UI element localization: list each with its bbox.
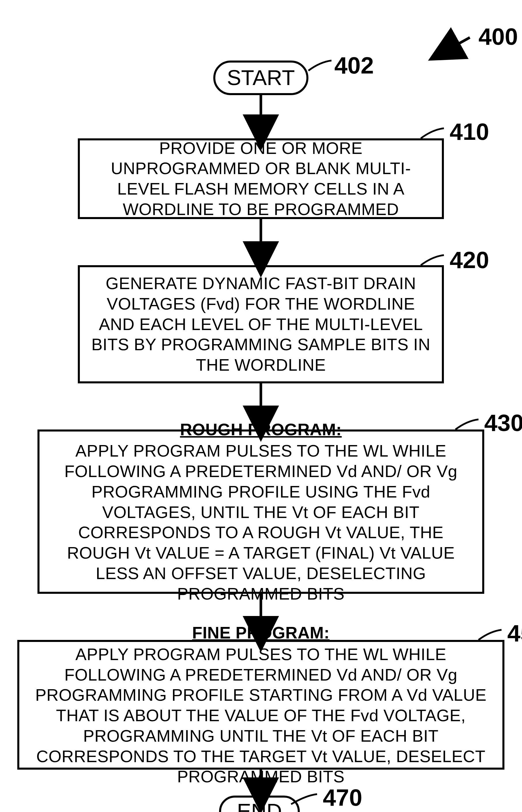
label-470: 470: [323, 784, 362, 811]
step-450: FINE PROGRAM: APPLY PROGRAM PULSES TO TH…: [17, 640, 504, 770]
label-420: 420: [450, 246, 489, 273]
step-420: GENERATE DYNAMIC FAST-BIT DRAIN VOLTAGES…: [78, 265, 444, 383]
step-410-text: PROVIDE ONE OR MORE UNPROGRAMMED OR BLAN…: [111, 139, 411, 219]
label-410: 410: [450, 118, 489, 145]
step-420-text: GENERATE DYNAMIC FAST-BIT DRAIN VOLTAGES…: [92, 274, 430, 374]
step-430-text: APPLY PROGRAM PULSES TO THE WL WHILE FOL…: [64, 441, 457, 603]
step-430: ROUGH PROGRAM: APPLY PROGRAM PULSES TO T…: [38, 429, 484, 594]
label-402: 402: [334, 52, 374, 79]
end-text: END: [237, 798, 282, 812]
step-410: PROVIDE ONE OR MORE UNPROGRAMMED OR BLAN…: [78, 138, 444, 219]
step-430-heading: ROUGH PROGRAM:: [48, 420, 474, 440]
step-450-heading: FINE PROGRAM:: [25, 623, 497, 643]
end-terminator: END: [219, 796, 300, 812]
flowchart-canvas: 400 START 402 PROVIDE ONE OR MORE UNPROG…: [0, 0, 522, 812]
start-text: START: [227, 65, 295, 91]
label-430: 430: [484, 409, 522, 437]
label-450: 450: [507, 620, 522, 647]
step-450-text: APPLY PROGRAM PULSES TO THE WL WHILE FOL…: [35, 645, 486, 786]
start-terminator: START: [213, 61, 308, 95]
svg-line-0: [444, 38, 470, 52]
figure-number: 400: [479, 23, 518, 50]
